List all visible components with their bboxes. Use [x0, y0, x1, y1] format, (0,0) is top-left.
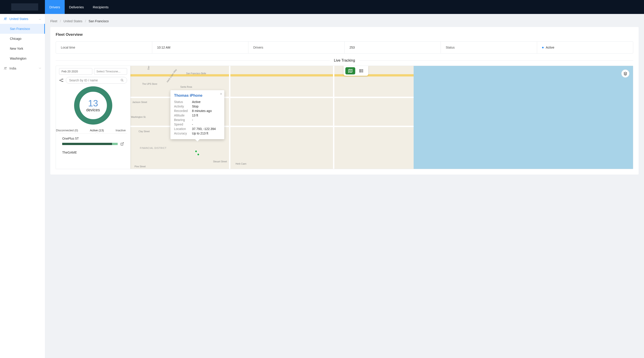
popup-value: 13 ft	[192, 114, 221, 117]
sidebar-item-chicago[interactable]: Chicago	[0, 34, 45, 44]
topbar: Drivers Deliveries Recipients	[0, 0, 644, 14]
tracking-side-panel: Feb 20 2020 Select Timezone...	[56, 66, 130, 169]
svg-point-8	[360, 72, 360, 72]
section-title-live-tracking: Live Tracking	[330, 59, 359, 63]
popup-key: Speed	[174, 123, 192, 126]
nav-tab-deliveries[interactable]: Deliveries	[65, 0, 88, 14]
svg-point-4	[360, 70, 360, 70]
stats-row: Local time 10:12 AM Drivers 253 Status A…	[56, 41, 633, 54]
map[interactable]: Jackson Street Washington St. Clay Stree…	[56, 66, 633, 169]
close-icon[interactable]: ×	[220, 92, 222, 96]
svg-point-6	[360, 71, 360, 71]
nav-tab-recipients[interactable]: Recipients	[88, 0, 113, 14]
popup-key: Location	[174, 127, 192, 131]
device-name: OnePlus 5T	[62, 137, 124, 140]
popup-value: Stop	[192, 105, 221, 108]
map-label: The UPS Store	[142, 83, 157, 85]
list-view-button[interactable]	[356, 67, 366, 74]
stat-value-status: Active	[546, 46, 554, 49]
svg-point-1	[6, 18, 6, 19]
popup-value: -	[192, 118, 221, 122]
device-name: TheGAME	[62, 151, 124, 154]
date-picker[interactable]: Feb 20 2020	[59, 68, 92, 75]
status-tab-disconnected[interactable]: Disconnected (0)	[56, 129, 78, 132]
map-label: Steuart Street	[213, 160, 227, 163]
external-link-icon[interactable]	[120, 142, 124, 146]
logo	[11, 3, 38, 11]
chevron-up-icon: ︿	[39, 17, 41, 21]
popup-key: Accuracy	[174, 131, 192, 135]
map-marker[interactable]	[197, 153, 200, 156]
donut-count: 13	[88, 99, 98, 108]
popup-value: Up to 213 ft	[192, 131, 221, 135]
sidebar: United States ︿ San Francisco Chicago Ne…	[0, 14, 45, 358]
popup-key: Bearing	[174, 118, 192, 122]
layers-icon	[623, 72, 628, 76]
sidebar-group-united-states[interactable]: United States ︿	[0, 14, 45, 24]
status-tab-inactive[interactable]: Inactive	[116, 129, 126, 132]
list-icon	[359, 69, 364, 73]
svg-point-2	[4, 67, 6, 68]
popup-key: Recorded	[174, 109, 192, 113]
map-label: Davis Street	[147, 66, 150, 70]
svg-line-15	[122, 142, 124, 144]
device-popup: × Thomas iPhone StatusActive ActivitySto…	[170, 90, 224, 139]
timezone-select[interactable]: Select Timezone...	[94, 68, 127, 75]
team-icon	[4, 67, 7, 70]
device-list-item[interactable]: OnePlus 5T	[62, 137, 124, 146]
search-icon	[120, 79, 124, 82]
stat-value-local-time: 10:12 AM	[157, 46, 170, 49]
stat-label-drivers: Drivers	[253, 46, 263, 49]
map-label: Herb Caen	[236, 162, 246, 165]
popup-title[interactable]: Thomas iPhone	[174, 93, 221, 98]
svg-line-14	[122, 81, 124, 82]
map-view-button[interactable]	[345, 67, 355, 74]
popup-key: Activity	[174, 105, 192, 108]
popup-key: Altitude	[174, 114, 192, 117]
tracking-area: Jackson Street Washington St. Clay Stree…	[56, 66, 633, 169]
nav-tab-drivers[interactable]: Drivers	[45, 0, 65, 14]
map-label: Washington St.	[131, 116, 146, 118]
popup-value: -	[192, 123, 221, 126]
stat-label-status: Status	[446, 46, 455, 49]
sidebar-item-washington[interactable]: Washington	[0, 54, 45, 63]
sidebar-group-india[interactable]: India ﹀	[0, 63, 45, 73]
map-label: Pine Street	[134, 165, 146, 168]
map-marker[interactable]	[195, 150, 198, 153]
breadcrumb-current: San Francisco	[89, 19, 109, 23]
popup-value: 8 minutes ago	[192, 109, 221, 113]
page-title: Fleet Overview	[56, 32, 633, 37]
map-label: Clay Street	[138, 130, 150, 133]
search-field[interactable]	[69, 78, 120, 82]
sidebar-item-san-francisco[interactable]: San Francisco	[0, 24, 45, 34]
sidebar-group-label: India	[10, 67, 16, 70]
team-icon	[4, 17, 7, 21]
donut-label: devices	[86, 108, 100, 112]
map-icon	[348, 68, 353, 73]
main-content: Fleet / United States / San Francisco Fl…	[45, 14, 644, 358]
popup-value: 37.793, -122.394	[192, 127, 221, 131]
status-dot-icon	[542, 47, 544, 48]
breadcrumb-item[interactable]: United States	[64, 19, 82, 23]
map-label: FINANCIAL DISTRICT	[140, 147, 166, 149]
map-label: Jackson Street	[132, 101, 147, 103]
layers-button[interactable]	[621, 70, 630, 78]
breadcrumb-separator: /	[60, 19, 61, 23]
device-donut-chart: 13 devices	[74, 86, 112, 125]
breadcrumb: Fleet / United States / San Francisco	[50, 19, 638, 23]
device-list-item[interactable]: TheGAME	[62, 151, 124, 154]
nav-tabs: Drivers Deliveries Recipients	[45, 0, 113, 14]
svg-point-13	[121, 79, 123, 81]
sidebar-item-new-york[interactable]: New York	[0, 44, 45, 54]
popup-key: Status	[174, 100, 192, 104]
svg-rect-11	[62, 79, 63, 79]
device-activity-bar	[62, 143, 118, 145]
breadcrumb-item[interactable]: Fleet	[50, 19, 57, 23]
popup-value: Active	[192, 100, 221, 104]
status-tab-active[interactable]: Active (13)	[90, 129, 104, 132]
stat-value-drivers: 253	[350, 46, 355, 49]
search-input[interactable]	[66, 77, 127, 84]
svg-rect-10	[60, 80, 60, 81]
branch-icon[interactable]	[59, 78, 64, 83]
breadcrumb-separator: /	[85, 19, 86, 23]
